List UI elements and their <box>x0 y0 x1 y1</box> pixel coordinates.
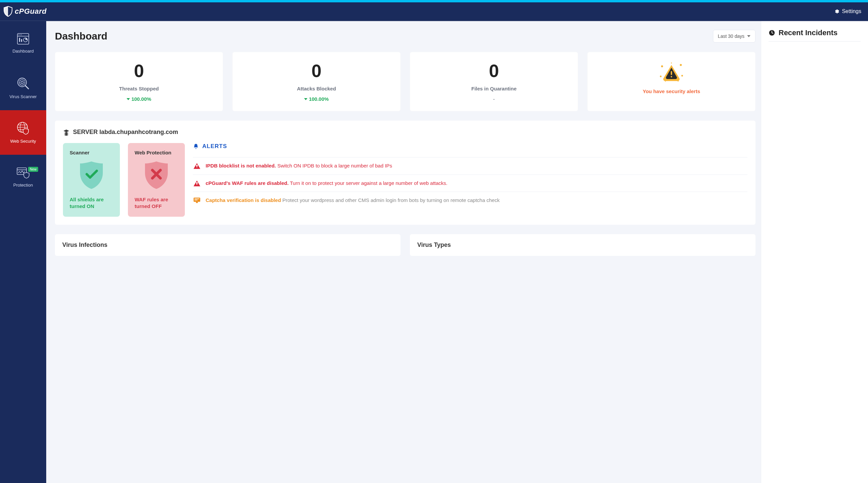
shield-logo-icon <box>3 6 13 17</box>
server-panel: SERVER labda.chupanhcotrang.com Scanner … <box>55 121 755 225</box>
alert-bold: Captcha verification is disabled <box>206 197 281 203</box>
alert-rest: Protect your wordpress and other CMS adm… <box>282 197 500 203</box>
monitor-icon <box>193 197 200 203</box>
svg-line-19 <box>26 86 28 89</box>
alert-triangle-icon <box>193 180 200 187</box>
web-protection-status-card: Web Protection WAF rules are turned OFF <box>128 143 185 217</box>
status-message: All shields are turned ON <box>70 196 113 210</box>
security-alerts-link[interactable]: You have security alerts <box>643 88 700 95</box>
settings-label: Settings <box>842 8 861 14</box>
status-title: Scanner <box>70 150 113 155</box>
recent-incidents-heading: Recent Incidents <box>769 28 861 41</box>
alert-item[interactable]: IPDB blocklist is not enabled. Switch ON… <box>193 157 747 175</box>
svg-rect-42 <box>194 200 197 200</box>
sidebar-item-web-security[interactable]: Web Security <box>0 110 46 155</box>
server-heading: SERVER labda.chupanhcotrang.com <box>63 129 747 135</box>
virus-scanner-icon <box>17 77 30 90</box>
stat-delta: 100.00% <box>127 96 151 102</box>
scanner-status-card: Scanner All shields are turned ON <box>63 143 120 217</box>
caret-down-icon <box>304 98 307 100</box>
alerts-heading: ALERTS <box>193 143 747 154</box>
svg-rect-5 <box>19 38 20 42</box>
stat-value: 0 <box>134 62 144 80</box>
sidebar-item-protection[interactable]: New Protection <box>0 155 46 199</box>
stat-delta-text: 100.00% <box>309 96 329 102</box>
svg-line-16 <box>24 84 24 84</box>
stat-threats-stopped: 0 Threats Stopped 100.00% <box>55 52 223 111</box>
sidebar-item-label: Virus Scanner <box>9 94 36 99</box>
shield-x-icon <box>142 160 170 190</box>
stat-files-quarantine: 0 Files in Quarantine - <box>410 52 578 111</box>
chart-title: Virus Types <box>417 241 748 248</box>
layers-icon <box>63 129 70 135</box>
svg-line-17 <box>24 81 24 81</box>
alert-triangle-icon <box>193 163 200 170</box>
range-label: Last 30 days <box>718 33 744 39</box>
settings-link[interactable]: Settings <box>834 8 861 14</box>
svg-rect-34 <box>671 71 672 75</box>
shield-check-icon <box>78 160 105 190</box>
virus-types-card: Virus Types <box>410 234 755 256</box>
alert-item[interactable]: cPGuard's WAF rules are disabled. Turn i… <box>193 175 747 192</box>
svg-point-35 <box>671 76 672 78</box>
alerts-title-text: ALERTS <box>202 143 227 150</box>
sidebar-item-label: Protection <box>13 183 33 188</box>
status-message: WAF rules are turned OFF <box>135 196 178 210</box>
svg-rect-43 <box>196 202 197 203</box>
sidebar-item-dashboard[interactable]: Dashboard <box>0 21 46 66</box>
stat-attacks-blocked: 0 Attacks Blocked 100.00% <box>232 52 401 111</box>
svg-line-15 <box>21 81 21 81</box>
svg-rect-6 <box>21 39 22 42</box>
topbar: cPGuard Settings <box>0 2 868 21</box>
right-panel-title-text: Recent Incidents <box>779 28 838 37</box>
svg-line-18 <box>21 84 21 84</box>
clock-icon <box>769 29 775 36</box>
alerts-column: ALERTS IPDB blocklist is not enabled. <box>193 143 747 209</box>
stat-security-alerts: You have security alerts <box>587 52 755 111</box>
sidebar-item-virus-scanner[interactable]: Virus Scanner <box>0 66 46 110</box>
stat-delta-text: 100.00% <box>131 96 151 102</box>
stat-delta: 100.00% <box>304 96 329 102</box>
svg-point-29 <box>660 76 662 78</box>
brand-logo: cPGuard <box>3 6 46 17</box>
server-hostname: labda.chupanhcotrang.com <box>99 129 178 135</box>
stat-label: Attacks Blocked <box>297 86 336 91</box>
chart-title: Virus Infections <box>62 241 393 248</box>
alert-bold: cPGuard's WAF rules are disabled. <box>206 180 289 186</box>
alert-item[interactable]: Captcha verification is disabled Protect… <box>193 191 747 209</box>
sidebar-item-label: Web Security <box>10 139 36 144</box>
web-security-icon <box>17 121 30 134</box>
alert-bold: IPDB blocklist is not enabled. <box>206 163 276 169</box>
svg-point-10 <box>21 81 24 84</box>
virus-infections-card: Virus Infections <box>55 234 401 256</box>
gear-icon <box>834 9 839 14</box>
caret-down-icon <box>127 98 130 100</box>
svg-point-4 <box>21 34 22 35</box>
sidebar: Dashboard Virus Scanner <box>0 21 46 483</box>
alert-rest: Turn it on to protect your server agains… <box>290 180 448 186</box>
svg-point-3 <box>20 34 21 35</box>
svg-rect-41 <box>194 199 199 199</box>
sidebar-item-label: Dashboard <box>12 49 34 54</box>
stat-label: Files in Quarantine <box>471 86 516 91</box>
stat-label: Threats Stopped <box>119 86 159 91</box>
page-title: Dashboard <box>55 30 107 42</box>
stat-value: 0 <box>489 62 499 80</box>
main-content: Dashboard Last 30 days 0 Threats Stopped… <box>46 21 761 483</box>
bell-icon <box>193 143 199 149</box>
svg-point-2 <box>19 34 19 35</box>
alert-rest: Switch ON IPDB to block a large number o… <box>277 163 392 169</box>
svg-point-31 <box>671 63 672 64</box>
svg-point-27 <box>661 65 663 67</box>
warning-icon <box>657 62 685 83</box>
new-badge: New <box>28 167 38 172</box>
stat-value: 0 <box>311 62 321 80</box>
status-title: Web Protection <box>135 150 178 155</box>
chevron-down-icon <box>747 35 750 37</box>
server-prefix: SERVER <box>73 129 98 135</box>
stat-dash: - <box>493 96 495 102</box>
svg-point-28 <box>680 64 682 66</box>
date-range-picker[interactable]: Last 30 days <box>713 30 755 42</box>
dashboard-icon <box>17 33 29 44</box>
svg-point-30 <box>681 75 683 77</box>
